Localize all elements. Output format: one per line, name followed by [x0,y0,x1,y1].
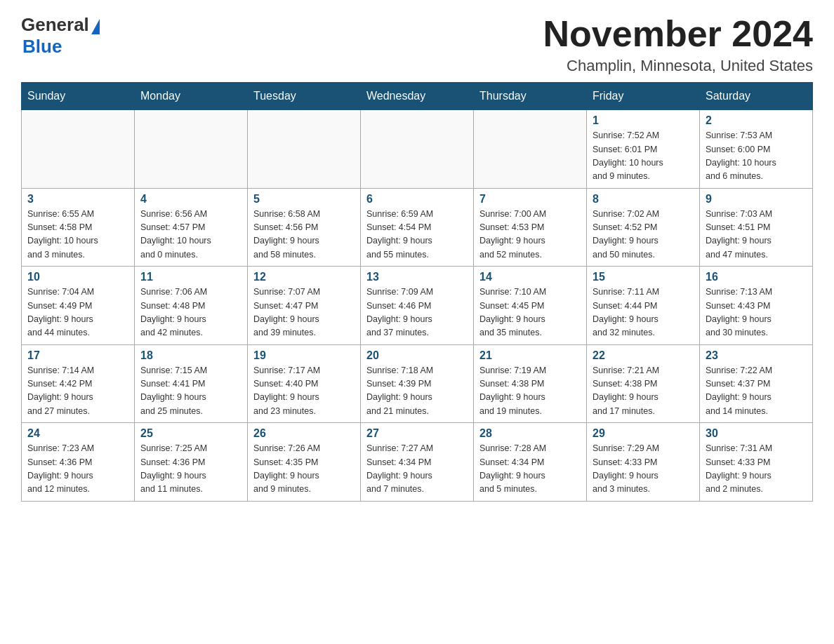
calendar-cell: 22Sunrise: 7:21 AM Sunset: 4:38 PM Dayli… [587,344,700,423]
day-number: 20 [366,349,468,362]
calendar-cell: 12Sunrise: 7:07 AM Sunset: 4:47 PM Dayli… [248,267,361,345]
day-info: Sunrise: 7:03 AM Sunset: 4:51 PM Dayligh… [706,208,807,262]
day-info: Sunrise: 7:23 AM Sunset: 4:36 PM Dayligh… [27,442,128,497]
calendar-cell [22,110,135,189]
day-info: Sunrise: 7:17 AM Sunset: 4:40 PM Dayligh… [253,364,355,419]
day-info: Sunrise: 7:31 AM Sunset: 4:33 PM Dayligh… [706,442,807,497]
weekday-header-friday: Friday [587,83,700,110]
day-info: Sunrise: 7:11 AM Sunset: 4:44 PM Dayligh… [593,286,694,340]
calendar-cell [474,110,587,189]
day-number: 1 [593,114,694,127]
weekday-header-sunday: Sunday [22,83,135,110]
calendar-cell: 21Sunrise: 7:19 AM Sunset: 4:38 PM Dayli… [474,344,587,423]
day-number: 4 [140,193,241,206]
title-area: November 2024 Champlin, Minnesota, Unite… [543,14,813,75]
day-number: 27 [366,427,468,440]
weekday-header-thursday: Thursday [474,83,587,110]
logo-blue-text: Blue [22,36,62,58]
day-info: Sunrise: 7:27 AM Sunset: 4:34 PM Dayligh… [366,442,468,497]
day-number: 30 [706,427,807,440]
calendar-cell: 19Sunrise: 7:17 AM Sunset: 4:40 PM Dayli… [248,344,361,423]
day-number: 11 [140,271,241,283]
location-subtitle: Champlin, Minnesota, United States [543,57,813,75]
calendar-cell: 1Sunrise: 7:52 AM Sunset: 6:01 PM Daylig… [587,110,700,189]
calendar-table: SundayMondayTuesdayWednesdayThursdayFrid… [21,82,813,502]
calendar-cell: 7Sunrise: 7:00 AM Sunset: 4:53 PM Daylig… [474,188,587,267]
week-row-1: 1Sunrise: 7:52 AM Sunset: 6:01 PM Daylig… [22,110,813,189]
calendar-cell: 8Sunrise: 7:02 AM Sunset: 4:52 PM Daylig… [587,188,700,267]
day-number: 2 [706,114,807,127]
day-info: Sunrise: 6:56 AM Sunset: 4:57 PM Dayligh… [140,208,241,262]
day-number: 7 [479,193,581,206]
logo-general-text: General [21,14,89,36]
logo: General Blue [21,14,100,58]
day-info: Sunrise: 7:00 AM Sunset: 4:53 PM Dayligh… [479,208,581,262]
weekday-header-row: SundayMondayTuesdayWednesdayThursdayFrid… [22,83,813,110]
week-row-2: 3Sunrise: 6:55 AM Sunset: 4:58 PM Daylig… [22,188,813,267]
calendar-cell: 20Sunrise: 7:18 AM Sunset: 4:39 PM Dayli… [361,344,474,423]
day-info: Sunrise: 6:55 AM Sunset: 4:58 PM Dayligh… [27,208,128,262]
day-number: 26 [253,427,355,440]
day-number: 28 [479,427,581,440]
day-number: 25 [140,427,241,440]
calendar-cell [361,110,474,189]
calendar-cell: 9Sunrise: 7:03 AM Sunset: 4:51 PM Daylig… [700,188,813,267]
calendar-cell: 25Sunrise: 7:25 AM Sunset: 4:36 PM Dayli… [135,423,248,502]
calendar-cell: 11Sunrise: 7:06 AM Sunset: 4:48 PM Dayli… [135,267,248,345]
day-number: 13 [366,271,468,283]
day-number: 16 [706,271,807,283]
weekday-header-tuesday: Tuesday [248,83,361,110]
day-info: Sunrise: 7:15 AM Sunset: 4:41 PM Dayligh… [140,364,241,419]
weekday-header-saturday: Saturday [700,83,813,110]
day-info: Sunrise: 7:13 AM Sunset: 4:43 PM Dayligh… [706,286,807,340]
page-header: General Blue November 2024 Champlin, Min… [21,14,813,75]
calendar-cell [135,110,248,189]
weekday-header-wednesday: Wednesday [361,83,474,110]
calendar-cell: 16Sunrise: 7:13 AM Sunset: 4:43 PM Dayli… [700,267,813,345]
day-number: 29 [593,427,694,440]
day-info: Sunrise: 7:14 AM Sunset: 4:42 PM Dayligh… [27,364,128,419]
day-number: 17 [27,349,128,362]
day-number: 9 [706,193,807,206]
day-info: Sunrise: 7:18 AM Sunset: 4:39 PM Dayligh… [366,364,468,419]
calendar-cell: 17Sunrise: 7:14 AM Sunset: 4:42 PM Dayli… [22,344,135,423]
day-number: 3 [27,193,128,206]
day-number: 18 [140,349,241,362]
calendar-cell: 3Sunrise: 6:55 AM Sunset: 4:58 PM Daylig… [22,188,135,267]
day-info: Sunrise: 7:02 AM Sunset: 4:52 PM Dayligh… [593,208,694,262]
day-info: Sunrise: 7:04 AM Sunset: 4:49 PM Dayligh… [27,286,128,340]
day-number: 23 [706,349,807,362]
calendar-cell: 26Sunrise: 7:26 AM Sunset: 4:35 PM Dayli… [248,423,361,502]
calendar-cell: 2Sunrise: 7:53 AM Sunset: 6:00 PM Daylig… [700,110,813,189]
day-info: Sunrise: 7:19 AM Sunset: 4:38 PM Dayligh… [479,364,581,419]
day-info: Sunrise: 7:52 AM Sunset: 6:01 PM Dayligh… [593,129,694,184]
day-number: 8 [593,193,694,206]
calendar-cell: 6Sunrise: 6:59 AM Sunset: 4:54 PM Daylig… [361,188,474,267]
calendar-cell: 14Sunrise: 7:10 AM Sunset: 4:45 PM Dayli… [474,267,587,345]
weekday-header-monday: Monday [135,83,248,110]
day-info: Sunrise: 7:10 AM Sunset: 4:45 PM Dayligh… [479,286,581,340]
day-info: Sunrise: 7:22 AM Sunset: 4:37 PM Dayligh… [706,364,807,419]
day-number: 24 [27,427,128,440]
logo-triangle-icon [91,19,100,34]
week-row-5: 24Sunrise: 7:23 AM Sunset: 4:36 PM Dayli… [22,423,813,502]
day-info: Sunrise: 7:29 AM Sunset: 4:33 PM Dayligh… [593,442,694,497]
calendar-cell: 18Sunrise: 7:15 AM Sunset: 4:41 PM Dayli… [135,344,248,423]
calendar-cell [248,110,361,189]
day-number: 21 [479,349,581,362]
day-number: 19 [253,349,355,362]
calendar-cell: 13Sunrise: 7:09 AM Sunset: 4:46 PM Dayli… [361,267,474,345]
calendar-cell: 4Sunrise: 6:56 AM Sunset: 4:57 PM Daylig… [135,188,248,267]
month-title: November 2024 [543,14,813,54]
calendar-cell: 15Sunrise: 7:11 AM Sunset: 4:44 PM Dayli… [587,267,700,345]
day-number: 12 [253,271,355,283]
day-info: Sunrise: 7:06 AM Sunset: 4:48 PM Dayligh… [140,286,241,340]
calendar-cell: 30Sunrise: 7:31 AM Sunset: 4:33 PM Dayli… [700,423,813,502]
day-number: 22 [593,349,694,362]
calendar-cell: 24Sunrise: 7:23 AM Sunset: 4:36 PM Dayli… [22,423,135,502]
day-number: 5 [253,193,355,206]
day-number: 15 [593,271,694,283]
day-info: Sunrise: 6:59 AM Sunset: 4:54 PM Dayligh… [366,208,468,262]
day-info: Sunrise: 7:09 AM Sunset: 4:46 PM Dayligh… [366,286,468,340]
day-info: Sunrise: 7:21 AM Sunset: 4:38 PM Dayligh… [593,364,694,419]
